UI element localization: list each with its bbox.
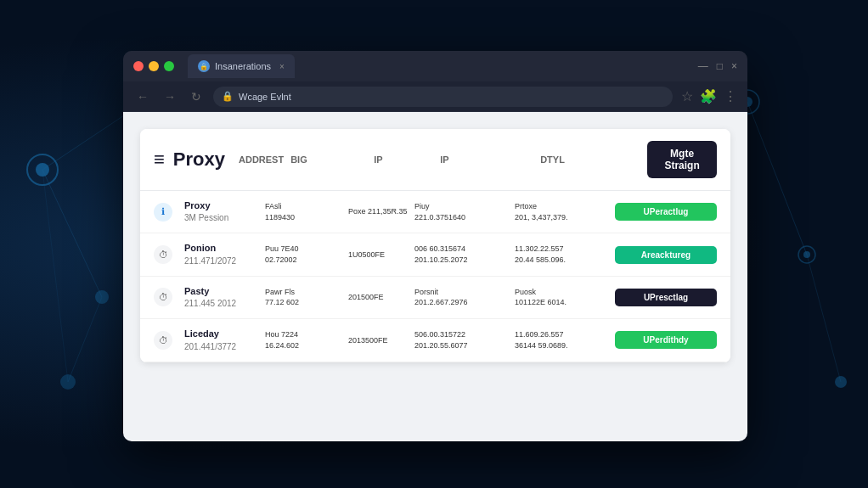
cell-col3: 2013500FE	[348, 335, 408, 346]
svg-point-17	[803, 251, 810, 258]
browser-tab[interactable]: 🔒 Insanerations ×	[188, 54, 295, 78]
url-field[interactable]: 🔒 Wcage Evlnt	[213, 87, 673, 107]
cell-col4: Piuy 221.0.3751640	[414, 201, 508, 222]
table-row: ℹ Proxy 3M Pession FAsli 1189430 Poxe 21…	[140, 191, 730, 233]
cell-col2: Pawr Fls 77.12 602	[265, 287, 341, 308]
cell-col3: 201500FE	[348, 292, 408, 303]
svg-line-7	[42, 170, 68, 382]
cell-name: Ponion 211.471/2072	[184, 242, 258, 266]
minimize-button[interactable]: —	[698, 60, 708, 72]
svg-line-4	[747, 102, 807, 255]
cell-name: Pasty 211.445 2012	[184, 285, 258, 310]
svg-point-19	[60, 374, 76, 390]
content-area: ≡ Proxy Addrest Big IP IP Dtyl Mgte Stra…	[123, 112, 747, 441]
cell-col5: Prtoxe 201, 3,437,379.	[515, 201, 608, 222]
cell-name: Proxy 3M Pession	[184, 199, 258, 224]
col-header-dtyl: Dtyl	[540, 154, 634, 165]
cell-col2: Hou 7224 16.24.602	[265, 329, 341, 351]
col-header-big: Big	[290, 154, 367, 165]
back-button[interactable]: ←	[133, 88, 152, 105]
close-button[interactable]: ×	[731, 60, 737, 72]
cell-col2: Puu 7E40 02.72002	[265, 244, 341, 265]
hamburger-icon: ≡	[154, 149, 165, 171]
svg-line-8	[68, 297, 102, 382]
title-bar: 🔒 Insanerations × — □ ×	[123, 51, 747, 81]
table-title-row: ≡ Proxy	[154, 149, 225, 171]
status-button[interactable]: Areacktureg	[615, 246, 717, 264]
close-traffic-light[interactable]	[133, 61, 144, 71]
proxy-title: Proxy	[173, 149, 225, 171]
minimize-traffic-light[interactable]	[149, 61, 159, 71]
table-rows: ℹ Proxy 3M Pession FAsli 1189430 Poxe 21…	[140, 191, 730, 362]
svg-line-6	[807, 255, 841, 382]
proxy-container: ≡ Proxy Addrest Big IP IP Dtyl Mgte Stra…	[140, 129, 730, 362]
table-header: ≡ Proxy Addrest Big IP IP Dtyl Mgte Stra…	[140, 129, 730, 191]
table-row: ⏱ Liceday 201.441/3772 Hou 7224 16.24.60…	[140, 319, 730, 362]
cell-col5: 11.302.22.557 20.44 585.096.	[515, 244, 608, 265]
cell-col2: FAsli 1189430	[265, 201, 341, 222]
clock-icon: ⏱	[154, 245, 172, 264]
tab-favicon: 🔒	[198, 60, 210, 72]
svg-point-13	[95, 290, 109, 304]
info-icon: ℹ	[154, 203, 172, 222]
maximize-button[interactable]: □	[717, 60, 723, 72]
traffic-lights	[133, 61, 174, 71]
forward-button[interactable]: →	[161, 88, 179, 105]
cell-col5: 11.609.26.557 36144 59.0689.	[515, 329, 608, 351]
refresh-button[interactable]: ↻	[188, 88, 205, 105]
address-bar-controls: ☆ 🧩 ⋮	[681, 88, 737, 104]
cell-name: Liceday 201.441/3772	[184, 328, 258, 352]
table-row: ⏱ Ponion 211.471/2072 Puu 7E40 02.72002 …	[140, 233, 730, 276]
col-header-address: Addrest	[239, 154, 284, 165]
clock-icon: ⏱	[154, 331, 172, 350]
address-bar: ← → ↻ 🔒 Wcage Evlnt ☆ 🧩 ⋮	[123, 81, 747, 112]
svg-point-18	[835, 376, 847, 388]
svg-point-10	[36, 163, 49, 177]
tab-area: 🔒 Insanerations ×	[188, 54, 691, 78]
cell-col4: Porsnit 201.2.667.2976	[414, 287, 508, 308]
col-header-ip: IP	[374, 154, 433, 165]
cell-col4: 506.00.315722 201.20.55.6077	[414, 329, 508, 351]
table-row: ⏱ Pasty 211.445 2012 Pawr Fls 77.12 602 …	[140, 277, 730, 319]
col-header-ip2: IP	[440, 154, 533, 165]
tab-close-button[interactable]: ×	[279, 62, 285, 71]
bookmark-icon[interactable]: ☆	[681, 88, 693, 104]
menu-icon[interactable]: ⋮	[724, 88, 737, 104]
status-button[interactable]: UPresctlag	[615, 289, 717, 306]
status-button[interactable]: UPeractlug	[615, 203, 717, 221]
svg-line-1	[42, 170, 102, 297]
cell-col5: Puosk 101122E 6014.	[515, 287, 608, 308]
maximize-traffic-light[interactable]	[164, 61, 174, 71]
browser-window: 🔒 Insanerations × — □ × ← → ↻ 🔒 Wcage Ev…	[123, 51, 747, 441]
lock-icon: 🔒	[222, 91, 234, 102]
tab-label: Insanerations	[215, 61, 271, 71]
manage-button[interactable]: Mgte Straign	[647, 141, 717, 178]
extension-icon[interactable]: 🧩	[700, 88, 717, 104]
cell-col4: 006 60.315674 201.10.25.2072	[414, 244, 508, 265]
window-controls: — □ ×	[698, 60, 737, 72]
url-text: Wcage Evlnt	[239, 92, 291, 102]
status-button[interactable]: UPerdithdy	[615, 331, 717, 349]
cell-col3: Poxe 211,35R.35	[348, 206, 408, 217]
cell-col3: 1U0500FE	[348, 250, 408, 261]
clock-icon: ⏱	[154, 288, 172, 306]
